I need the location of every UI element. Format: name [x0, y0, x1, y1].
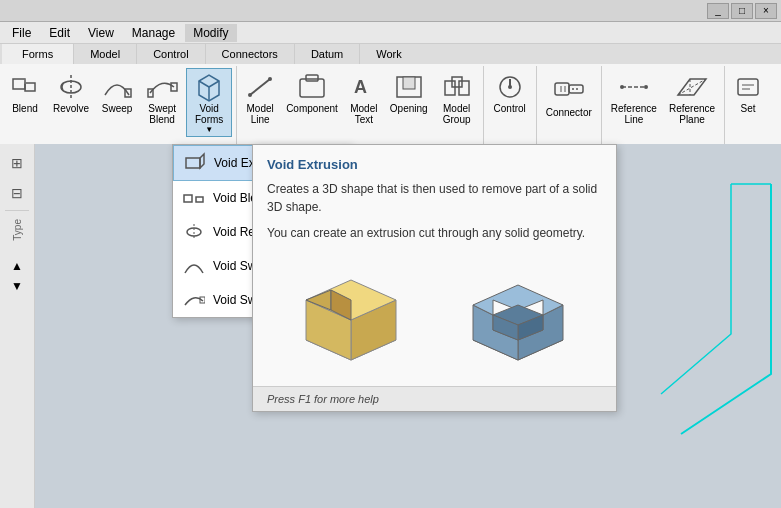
svg-rect-20	[445, 81, 455, 95]
component-button[interactable]: Component	[281, 68, 343, 117]
tab-control[interactable]: Control	[137, 44, 205, 64]
maximize-button[interactable]: □	[731, 3, 753, 19]
blend-label: Blend	[12, 103, 38, 114]
model-text-icon: A	[350, 71, 378, 103]
reference-plane-button[interactable]: ReferencePlane	[664, 68, 720, 128]
svg-line-10	[209, 81, 219, 87]
svg-rect-19	[403, 77, 415, 89]
opening-icon	[393, 71, 425, 103]
swept-blend-label: SweptBlend	[148, 103, 176, 125]
svg-line-9	[199, 81, 209, 87]
svg-rect-38	[738, 79, 758, 95]
svg-rect-45	[184, 195, 192, 202]
model-text-label: ModelText	[350, 103, 377, 125]
void-forms-arrow: ▼	[205, 125, 213, 134]
control-button[interactable]: Control	[488, 68, 532, 117]
revolve-icon	[55, 71, 87, 103]
set-icon	[734, 71, 762, 103]
void-forms-label: VoidForms	[195, 103, 223, 125]
void-extrusion-icon	[184, 152, 206, 174]
tooltip-footer: Press F1 for more help	[253, 386, 616, 411]
opening-label: Opening	[390, 103, 428, 114]
revolve-label: Revolve	[53, 103, 89, 114]
set-label: Set	[741, 103, 756, 114]
svg-rect-42	[186, 158, 200, 168]
opening-button[interactable]: Opening	[385, 68, 433, 117]
svg-point-25	[508, 85, 512, 89]
tooltip-panel: Void Extrusion Creates a 3D shape that i…	[252, 144, 617, 412]
svg-rect-26	[555, 83, 569, 95]
close-button[interactable]: ×	[755, 3, 777, 19]
svg-point-14	[268, 77, 272, 81]
svg-rect-46	[196, 197, 203, 202]
revolve-button[interactable]: Revolve	[48, 68, 94, 117]
ribbon-group-connectors: Connector	[537, 66, 602, 146]
ribbon-group-model: ModelLine Component A ModelText	[237, 66, 484, 146]
minimize-button[interactable]: _	[707, 3, 729, 19]
reference-plane-icon	[674, 71, 710, 103]
void-swept-icon	[183, 289, 205, 311]
void-blend-icon	[183, 187, 205, 209]
tab-work[interactable]: Work	[360, 44, 417, 64]
tooltip-image-right	[453, 260, 583, 370]
control-icon	[494, 71, 526, 103]
svg-rect-0	[13, 79, 25, 89]
tab-model[interactable]: Model	[74, 44, 137, 64]
model-group-icon	[441, 71, 473, 103]
blend-icon	[9, 71, 41, 103]
sweep-button[interactable]: Sweep	[96, 68, 138, 117]
sweep-icon	[101, 71, 133, 103]
ribbon-group-work: Set	[725, 66, 771, 146]
component-icon	[296, 71, 328, 103]
set-button[interactable]: Set	[729, 68, 767, 117]
svg-rect-27	[569, 85, 583, 93]
void-sweep-icon	[183, 255, 205, 277]
canvas-drawing	[601, 174, 781, 474]
menu-modify[interactable]: Modify	[185, 24, 236, 42]
model-line-button[interactable]: ModelLine	[241, 68, 279, 128]
left-panel-btn-2[interactable]: ⊟	[4, 180, 30, 206]
reference-line-label: ReferenceLine	[611, 103, 657, 125]
tooltip-images-area	[253, 250, 616, 386]
svg-rect-1	[25, 83, 35, 91]
control-label: Control	[494, 103, 526, 114]
tooltip-description2: You can create an extrusion cut through …	[253, 224, 616, 250]
void-revolve-icon	[183, 221, 205, 243]
sweep-label: Sweep	[102, 103, 133, 114]
svg-line-12	[250, 79, 270, 95]
reference-plane-label: ReferencePlane	[669, 103, 715, 125]
tab-connectors[interactable]: Connectors	[206, 44, 295, 64]
left-panel-arrow-down[interactable]: ▼	[11, 279, 23, 293]
model-group-button[interactable]: ModelGroup	[435, 68, 479, 128]
swept-blend-button[interactable]: SweptBlend	[140, 68, 184, 128]
menu-manage[interactable]: Manage	[124, 24, 183, 42]
ribbon-group-control: Control	[484, 66, 537, 146]
model-group-label: ModelGroup	[443, 103, 471, 125]
reference-line-icon	[618, 71, 650, 103]
ribbon-group-datum: ReferenceLine ReferencePlane	[602, 66, 725, 146]
connector-button[interactable]: Connector	[541, 68, 597, 121]
reference-line-button[interactable]: ReferenceLine	[606, 68, 662, 128]
void-forms-icon	[193, 71, 225, 103]
left-panel-btn-1[interactable]: ⊞	[4, 150, 30, 176]
menu-edit[interactable]: Edit	[41, 24, 78, 42]
model-line-icon	[246, 71, 274, 103]
connector-label: Connector	[546, 107, 592, 118]
ribbon-group-forms: Blend Revolve Sweep	[0, 66, 237, 146]
menu-file[interactable]: File	[4, 24, 39, 42]
tab-datum[interactable]: Datum	[295, 44, 360, 64]
svg-point-13	[248, 93, 252, 97]
tooltip-description: Creates a 3D shape that is then used to …	[253, 176, 616, 224]
void-forms-button[interactable]: VoidForms ▼	[186, 68, 232, 137]
model-text-button[interactable]: A ModelText	[345, 68, 383, 128]
tab-forms[interactable]: Forms	[2, 44, 74, 64]
connector-icon	[551, 71, 587, 107]
svg-rect-21	[459, 81, 469, 95]
svg-rect-16	[306, 75, 318, 81]
swept-blend-icon	[146, 71, 178, 103]
svg-point-34	[644, 85, 648, 89]
svg-rect-22	[452, 77, 462, 87]
blend-button[interactable]: Blend	[4, 68, 46, 117]
left-panel-arrow-up[interactable]: ▲	[11, 259, 23, 273]
menu-view[interactable]: View	[80, 24, 122, 42]
